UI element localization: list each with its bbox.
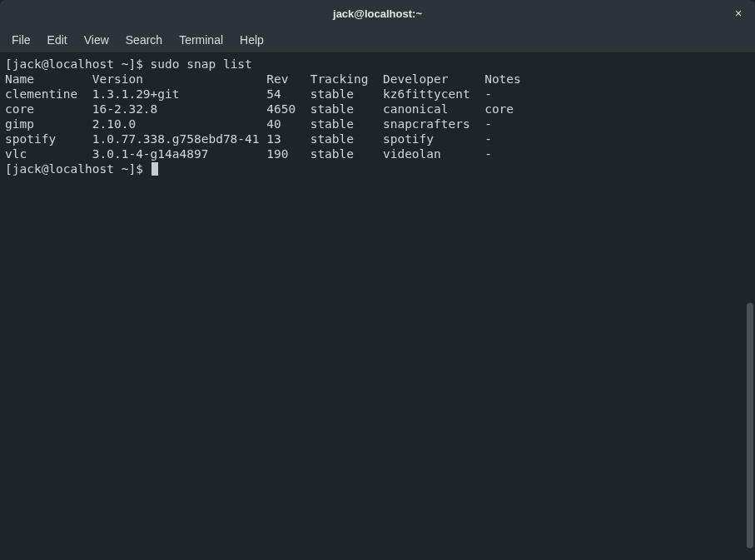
table-row: spotify 1.0.77.338.g758ebd78-41 13 stabl… [5,132,492,146]
table-row: clementine 1.3.1.29+git 54 stable kz6fit… [5,87,492,101]
prompt: [jack@localhost ~]$ [5,57,151,71]
terminal-content: [jack@localhost ~]$ sudo snap list Name … [5,57,750,176]
prompt-line-2: [jack@localhost ~]$ [5,162,158,176]
menu-file[interactable]: File [3,30,39,50]
window-title: jack@localhost:~ [333,7,422,20]
menu-edit[interactable]: Edit [39,30,76,50]
cursor-icon [151,162,158,176]
menu-help[interactable]: Help [231,30,272,50]
terminal-viewport[interactable]: [jack@localhost ~]$ sudo snap list Name … [0,53,755,560]
table-row: vlc 3.0.1-4-g14a4897 190 stable videolan… [5,147,492,161]
menubar: File Edit View Search Terminal Help [0,27,755,53]
output-header: Name Version Rev Tracking Developer Note… [5,72,521,86]
table-row: core 16-2.32.8 4650 stable canonical cor… [5,102,514,116]
terminal-window: jack@localhost:~ × File Edit View Search… [0,0,755,560]
menu-view[interactable]: View [76,30,117,50]
command-text: sudo snap list [151,57,252,71]
prompt: [jack@localhost ~]$ [5,162,151,176]
titlebar[interactable]: jack@localhost:~ × [0,0,755,27]
table-row: gimp 2.10.0 40 stable snapcrafters - [5,117,492,131]
scrollbar[interactable] [747,303,753,548]
prompt-line-1: [jack@localhost ~]$ sudo snap list [5,57,252,71]
close-icon[interactable]: × [730,5,747,22]
menu-terminal[interactable]: Terminal [171,30,231,50]
menu-search[interactable]: Search [117,30,171,50]
